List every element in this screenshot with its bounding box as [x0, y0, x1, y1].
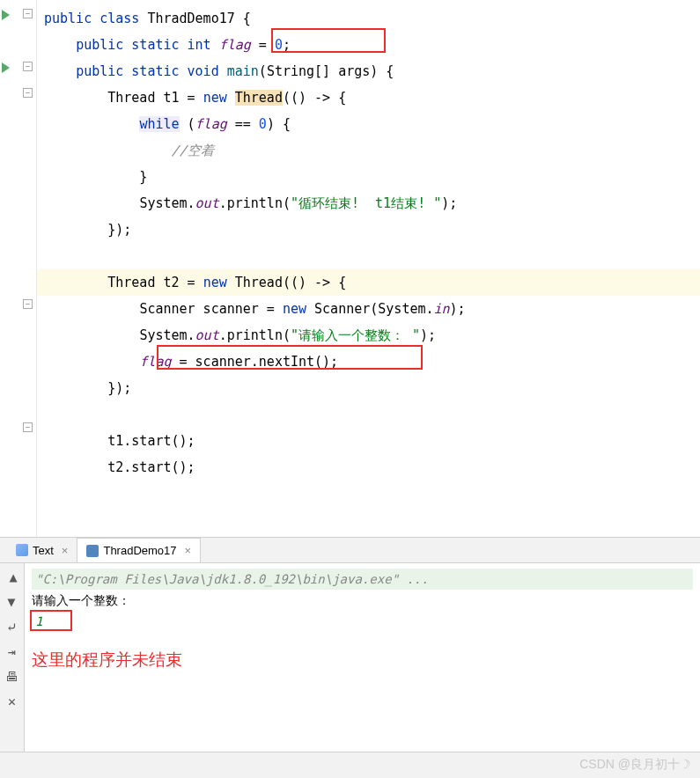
string: "请输入一个整数： ": [291, 327, 420, 343]
close-icon[interactable]: ×: [62, 544, 69, 557]
param: args: [338, 63, 370, 79]
stmt: t1.start();: [107, 433, 195, 449]
field: flag: [139, 354, 171, 370]
tab-label: Text: [33, 544, 54, 557]
soft-wrap-icon[interactable]: ⤶: [2, 617, 23, 638]
end: });: [107, 380, 131, 396]
lambda: (() -> {: [283, 90, 346, 106]
keyword: static: [131, 37, 179, 53]
close-icon[interactable]: ×: [185, 544, 192, 557]
method: main: [227, 63, 259, 79]
code-editor[interactable]: − − − − − public class ThradDemo17 { pub…: [0, 0, 700, 537]
keyword: public: [76, 37, 123, 53]
op: =: [251, 37, 275, 53]
field: flag: [219, 37, 251, 53]
tab-label: ThradDemo17: [103, 544, 176, 557]
keyword: void: [188, 63, 219, 79]
call: .println(: [219, 327, 291, 343]
var: t2 =: [155, 275, 203, 290]
watermark: CSDN @良月初十☽: [579, 757, 691, 773]
type: Thread: [107, 275, 155, 290]
console-command: "C:\Program Files\Java\jdk1.8.0_192\bin\…: [32, 569, 693, 590]
in: in: [434, 301, 450, 317]
tab-text[interactable]: Text ×: [7, 538, 77, 562]
end: );: [450, 301, 466, 317]
number: 0: [275, 37, 283, 53]
keyword: public: [44, 11, 92, 26]
fold-icon[interactable]: −: [23, 9, 33, 18]
down-icon[interactable]: ▶: [2, 592, 23, 613]
run-icon[interactable]: [2, 10, 10, 20]
sys: System.: [139, 195, 195, 211]
keyword: class: [99, 11, 139, 26]
keyword: public: [76, 63, 123, 79]
keyword: static: [131, 63, 179, 79]
class-name: ThradDemo17: [147, 11, 234, 26]
keyword: while: [139, 116, 179, 132]
up-icon[interactable]: ▶: [2, 568, 23, 589]
stmt: = scanner.nextInt();: [172, 354, 339, 370]
keyword: new: [203, 275, 227, 290]
string: "循环结束! t1结束! ": [291, 195, 441, 211]
end: );: [420, 327, 436, 343]
keyword: int: [188, 37, 211, 53]
field: flag: [195, 116, 227, 132]
run-icon[interactable]: [2, 62, 10, 73]
keyword: new: [203, 90, 227, 106]
lambda: (() -> {: [283, 275, 346, 290]
end: );: [441, 195, 457, 211]
console-prompt: 请输入一个整数：: [32, 590, 693, 611]
scroll-to-end-icon[interactable]: ⇥: [2, 642, 23, 663]
type: Thread: [107, 90, 155, 106]
tab-thraddemo17[interactable]: ThradDemo17 ×: [77, 538, 201, 562]
fold-icon[interactable]: −: [23, 299, 33, 309]
call: Scanner(System.: [306, 301, 434, 317]
console: ▶ ▶ ⤶ ⇥ 🖶 ✕ "C:\Program Files\Java\jdk1.…: [0, 563, 700, 752]
class-ref: Thread: [235, 275, 283, 290]
code-content[interactable]: public class ThradDemo17 { public static…: [37, 0, 700, 537]
comment: //空着: [172, 143, 214, 158]
annotation-text: 这里的程序并未结束: [32, 650, 693, 671]
op: ==: [227, 116, 259, 132]
out: out: [195, 327, 219, 343]
console-output[interactable]: "C:\Program Files\Java\jdk1.8.0_192\bin\…: [25, 563, 700, 752]
var: t1 =: [155, 90, 203, 106]
console-toolbar: ▶ ▶ ⤶ ⇥ 🖶 ✕: [0, 563, 25, 752]
java-file-icon: [86, 545, 99, 557]
stmt: Scanner scanner =: [139, 301, 283, 317]
fold-icon[interactable]: −: [23, 88, 33, 98]
clear-icon[interactable]: ✕: [2, 691, 23, 712]
fold-icon[interactable]: −: [23, 422, 33, 432]
out: out: [195, 195, 219, 211]
stmt: t2.start();: [107, 459, 195, 475]
keyword: new: [283, 301, 306, 317]
type: String: [267, 63, 314, 79]
console-user-input: 1: [32, 611, 53, 632]
class-ref: Thread: [235, 90, 283, 106]
run-tabs: Text × ThradDemo17 ×: [0, 537, 700, 563]
call: .println(: [219, 195, 291, 211]
editor-gutter: − − − − −: [0, 0, 37, 537]
sys: System.: [139, 327, 195, 343]
text-file-icon: [16, 544, 28, 556]
print-icon[interactable]: 🖶: [2, 666, 23, 687]
number: 0: [259, 116, 267, 132]
fold-icon[interactable]: −: [23, 62, 33, 71]
semi: ;: [283, 37, 291, 53]
